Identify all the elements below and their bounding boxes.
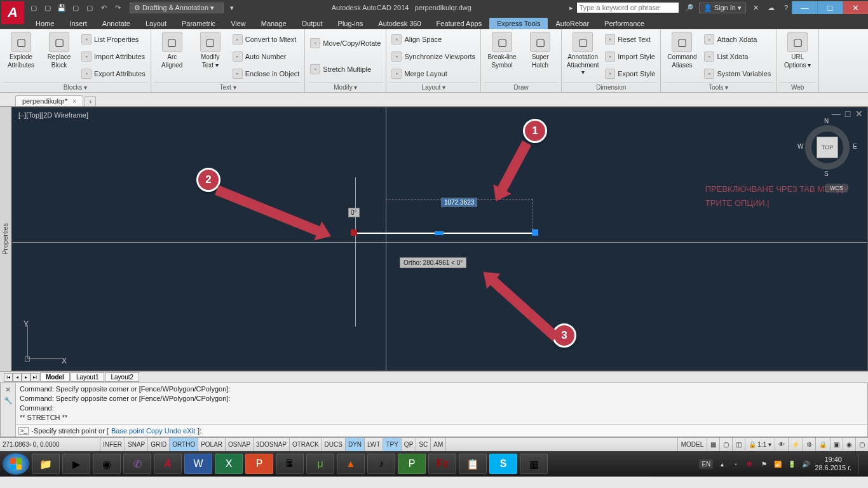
ribbon-item[interactable]: ▫Import Attributes [79,51,148,62]
file-tab[interactable]: perpendikulqr*× [15,95,83,106]
ribbon-button[interactable]: ▢CommandAliases [663,30,700,82]
itunes-icon[interactable]: ♪ [367,454,395,474]
ribbon-item[interactable]: ▫Import Style [602,51,658,62]
save-icon[interactable]: 💾 [56,2,67,13]
panel-title[interactable]: Web [779,82,816,92]
status-toggle-snap[interactable]: SNAP [125,438,148,451]
search-input[interactable] [577,3,679,13]
status-toggle-lwt[interactable]: LWT [365,438,383,451]
status-toggle-am[interactable]: AM [431,438,446,451]
vp-maximize-icon[interactable]: □ [843,110,852,119]
status-viewport-icon[interactable]: ◫ [732,438,745,451]
ribbon-tab-view[interactable]: View [223,18,254,29]
close-icon[interactable]: × [72,97,76,105]
status-toggle-3dosnap[interactable]: 3DOSNAP [254,438,290,451]
properties-palette-tab[interactable]: Properties [0,107,11,371]
clean-screen-icon[interactable]: ▢ [855,438,868,451]
layout-prev-icon[interactable]: ◂ [13,373,22,382]
maximize-button[interactable]: □ [817,1,843,14]
binoculars-icon[interactable]: 🔎 [684,2,695,13]
ribbon-item[interactable]: ▫Reset Text [602,34,658,45]
vlc-icon[interactable]: ▲ [337,454,365,474]
panel-title[interactable]: Text ▾ [154,82,302,92]
layout-first-icon[interactable]: I◂ [4,373,13,382]
ribbon-item[interactable]: ▫Attach Xdata [702,34,773,45]
filezilla-icon[interactable]: Fz [428,454,456,474]
ribbon-button[interactable]: ▢Break-lineSymbol [484,30,520,82]
status-toggle-tpy[interactable]: TPY [383,438,401,451]
ribbon-item[interactable]: ▫Auto Number [230,51,302,62]
action-center-icon[interactable]: ⚑ [759,459,769,469]
ribbon-tab-autorebar[interactable]: AutoRebar [548,18,597,29]
powerpoint-icon[interactable]: P [245,454,273,474]
tray-up-icon[interactable]: ▴ [717,459,727,469]
panel-title[interactable]: Blocks ▾ [3,82,148,92]
sign-in-button[interactable]: 👤 Sign In ▾ [699,3,746,13]
ribbon-tab-home[interactable]: Home [28,18,62,29]
layout-tab-model[interactable]: Model [40,372,70,382]
ribbon-tab-parametric[interactable]: Parametric [174,18,223,29]
status-layout-icon[interactable]: ▢ [719,438,732,451]
coordinates-readout[interactable]: 271.0863‹ 0, 0.0000 [0,438,100,451]
panel-title[interactable]: Draw [484,82,559,92]
ribbon-button[interactable]: ▢ReplaceBlock [41,30,78,82]
grip-end[interactable] [532,229,538,236]
misc-task-icon[interactable]: ▦ [520,454,548,474]
isolate-icon[interactable]: ◉ [843,438,855,451]
word-icon[interactable]: W [184,454,212,474]
viewcube-east[interactable]: E [853,143,857,150]
network-icon[interactable]: 📶 [773,459,783,469]
dyn-angle-box[interactable]: 0° [348,208,360,217]
drawing-canvas[interactable]: [–][Top][2D Wireframe] — □ ✕ 0° 1072.362… [11,107,868,371]
status-toggle-osnap[interactable]: OSNAP [226,438,254,451]
start-button[interactable] [3,453,29,475]
cmd-wrench-icon[interactable]: 🔧 [4,396,13,405]
utorrent-icon[interactable]: μ [306,454,334,474]
cmd-prompt-options[interactable]: Base point Copy Undo eXit [111,427,195,435]
ribbon-tab-output[interactable]: Output [294,18,330,29]
plot-icon[interactable]: ▢ [84,2,95,13]
ribbon-button[interactable]: ▢AnnotationAttachment ▾ [564,30,601,82]
ribbon-item[interactable]: ▫Synchronize Viewports [389,51,478,62]
stay-connected-icon[interactable]: ☁ [765,2,776,13]
viber-icon[interactable]: ✆ [123,454,151,474]
clock[interactable]: 19:40 28.6.2015 г. [815,456,851,472]
ribbon-tab-layout[interactable]: Layout [138,18,174,29]
open-icon[interactable]: ▢ [42,2,53,13]
media-icon[interactable]: ▶ [62,454,90,474]
close-button[interactable]: ✕ [843,1,868,14]
explorer-icon[interactable]: 📁 [32,454,60,474]
ribbon-item[interactable]: ▫Stretch Multiple [308,64,383,75]
ribbon-button[interactable]: ▢ModifyText ▾ [192,30,229,82]
dyn-value-box[interactable]: 1072.3623 [441,198,477,207]
volume-icon[interactable]: 🔊 [801,459,811,469]
status-toggle-qp[interactable]: QP [402,438,416,451]
ribbon-item[interactable]: ▫Convert to Mtext [230,34,302,45]
ribbon-tab-insert[interactable]: Insert [62,18,95,29]
status-toggle-ducs[interactable]: DUCS [322,438,346,451]
command-line[interactable]: >_ -Specify stretch point or [Base point… [16,424,867,437]
panel-title[interactable]: Layout ▾ [389,82,478,92]
workspace-switch-icon[interactable]: ⚙ [803,438,815,451]
new-tab-button[interactable]: + [85,96,96,106]
ribbon-button[interactable]: ▢SuperHatch [522,30,559,82]
status-toggle-infer[interactable]: INFER [100,438,125,451]
model-space-toggle[interactable]: MODEL [677,438,707,451]
layout-tab-layout2[interactable]: Layout2 [105,372,139,382]
chrome-icon[interactable]: ◉ [93,454,121,474]
autocad-logo[interactable]: A [1,1,24,24]
selected-line[interactable] [354,233,538,234]
new-icon[interactable]: ▢ [28,2,39,13]
project-icon[interactable]: P [398,454,426,474]
layout-next-icon[interactable]: ▸ [22,373,31,382]
ribbon-item[interactable]: ▫Merge Layout [389,68,478,79]
toolbar-lock-icon[interactable]: 🔒 [815,438,830,451]
notes-icon[interactable]: 📋 [459,454,487,474]
ribbon-tab-performance[interactable]: Performance [597,18,652,29]
ribbon-button[interactable]: ▢ArcAligned [154,30,191,82]
ribbon-item[interactable]: ▫Export Style [602,68,658,79]
panel-title[interactable]: Tools ▾ [663,82,773,92]
excel-icon[interactable]: X [215,454,243,474]
cmd-close-icon[interactable]: ✕ [5,386,11,394]
undo-icon[interactable]: ↶ [98,2,109,13]
